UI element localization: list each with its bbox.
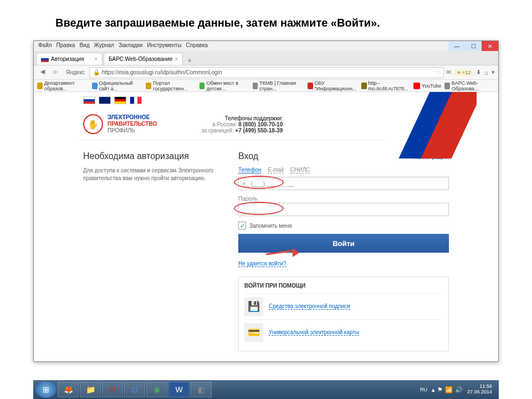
bookmark-item[interactable]: Официальный сайт а... bbox=[92, 80, 142, 91]
favorite-icon[interactable]: ☆ bbox=[435, 69, 440, 75]
menu-icon[interactable]: ▾ bbox=[492, 69, 495, 76]
address-bar: ◄ ► Яндекс 🔒 https://esia.gosuslugi.ru/i… bbox=[34, 65, 498, 80]
lang-fr[interactable] bbox=[130, 96, 142, 104]
page-content: ✋ ЭЛЕКТРОННОЕ ПРАВИТЕЛЬСТВО ПРОФИЛЬ Теле… bbox=[34, 92, 498, 362]
login-form: Вход Регистрация Телефон E-mail СНИЛС Па… bbox=[238, 151, 449, 351]
weather-badge[interactable]: ☀ +12 bbox=[454, 69, 473, 76]
tab-snils[interactable]: СНИЛС bbox=[290, 167, 310, 173]
logo-line3: ПРОФИЛЬ bbox=[108, 127, 157, 134]
bookmark-item[interactable]: Департамент образов... bbox=[37, 80, 89, 91]
slide-instruction: Введите запрашиваемые данные, затем нажм… bbox=[0, 0, 532, 40]
lang-ru[interactable] bbox=[83, 96, 95, 104]
alt-login-title: ВОЙТИ ПРИ ПОМОЩИ bbox=[244, 283, 443, 289]
menu-file[interactable]: Файл bbox=[38, 42, 52, 50]
bookmark-icon bbox=[37, 83, 43, 89]
bookmark-item[interactable]: ТКМВ | Главная стран... bbox=[253, 80, 304, 91]
bookmark-icon bbox=[253, 83, 258, 89]
tab-auth[interactable]: Авторизация × bbox=[36, 53, 103, 65]
tab-email[interactable]: E-mail bbox=[268, 167, 283, 173]
lang-de[interactable] bbox=[114, 96, 126, 104]
tab-add-button[interactable]: + bbox=[184, 56, 195, 65]
taskbar-app[interactable]: ⊡ bbox=[124, 382, 145, 397]
alt-card-label: Универсальной электронной карты bbox=[269, 329, 359, 336]
tab-label: Авторизация bbox=[51, 56, 84, 62]
taskbar: ⊞ 🦊 📁 Я ⊡ ◉ W ◧ RU ▴ ⚑ 📶 🔊 11:56 27.06.2… bbox=[33, 380, 499, 399]
bookmark-item[interactable]: Портал государствен... bbox=[146, 80, 196, 91]
bookmark-icon bbox=[444, 83, 450, 89]
start-button[interactable]: ⊞ bbox=[35, 381, 57, 398]
card-icon: 💳 bbox=[244, 323, 263, 342]
auth-description: Для доступа к системам и сервисам Электр… bbox=[83, 167, 227, 182]
remember-row: ✓ Запомнить меня bbox=[238, 222, 449, 229]
tab-phone[interactable]: Телефон bbox=[238, 167, 261, 173]
tray-flag-icon[interactable]: ▴ bbox=[432, 386, 435, 393]
alt-esign-label: Средства электронной подписи bbox=[269, 303, 350, 310]
taskbar-chrome[interactable]: ◉ bbox=[146, 382, 167, 397]
tray-sound-icon[interactable]: 🔊 bbox=[455, 386, 463, 393]
main-content: Необходима авторизация Для доступа к сис… bbox=[78, 140, 454, 362]
lang-en[interactable] bbox=[99, 96, 111, 104]
tab-close-icon[interactable]: × bbox=[94, 56, 98, 62]
remember-checkbox[interactable]: ✓ bbox=[238, 222, 246, 229]
alt-login-block: ВОЙТИ ПРИ ПОМОЩИ 💾 Средства электронной … bbox=[238, 277, 449, 351]
bookmark-icon bbox=[361, 83, 367, 89]
bookmark-icon bbox=[308, 83, 313, 89]
alt-option-esign[interactable]: 💾 Средства электронной подписи bbox=[244, 293, 443, 319]
menu-tools[interactable]: Инструменты bbox=[147, 42, 181, 50]
taskbar-explorer[interactable]: 📁 bbox=[80, 382, 101, 397]
bookmark-item[interactable]: ОБУ "Информационн... bbox=[308, 80, 358, 91]
phone-abroad: +7 (499) 550-18-39 bbox=[235, 127, 283, 134]
bookmark-item[interactable]: БАРС.Web-Образова... bbox=[444, 80, 495, 91]
taskbar-clock[interactable]: 11:56 27.06.2014 bbox=[467, 384, 492, 395]
menu-bookmarks[interactable]: Закладки bbox=[119, 42, 142, 50]
alt-option-card[interactable]: 💳 Универсальной электронной карты bbox=[244, 319, 443, 345]
taskbar-word[interactable]: W bbox=[168, 382, 190, 397]
nav-back-icon[interactable]: ◄ bbox=[37, 67, 48, 78]
bookmark-item[interactable]: http--mo.itc48.ru7878... bbox=[361, 80, 410, 91]
flag-ribbon bbox=[310, 92, 477, 158]
auth-title: Необходима авторизация bbox=[83, 151, 227, 161]
tray-action-icon[interactable]: ⚑ bbox=[437, 386, 443, 393]
taskbar-firefox[interactable]: 🦊 bbox=[58, 382, 79, 397]
bookmark-icon bbox=[200, 83, 205, 89]
mail-icon[interactable]: ✉ bbox=[446, 69, 451, 76]
bookmark-icon bbox=[92, 83, 98, 89]
menu-history[interactable]: Журнал bbox=[94, 42, 114, 50]
url-input[interactable]: 🔒 https://esia.gosuslugi.ru/idp/authn/Co… bbox=[89, 67, 444, 78]
menu-help[interactable]: Справка bbox=[186, 42, 208, 50]
remember-label: Запомнить меня bbox=[249, 223, 292, 229]
login-title: Вход bbox=[238, 151, 258, 161]
forgot-password-link[interactable]: Не удается войти? bbox=[238, 260, 287, 267]
window-close[interactable]: ✕ bbox=[482, 41, 498, 51]
tab-close-icon[interactable]: × bbox=[175, 56, 178, 62]
tray-network-icon[interactable]: 📶 bbox=[445, 386, 453, 393]
menu-edit[interactable]: Правка bbox=[57, 42, 75, 50]
tab-bars[interactable]: БАРС.Web-Образование × bbox=[104, 53, 183, 65]
taskbar-app[interactable]: ◧ bbox=[191, 382, 212, 397]
login-button[interactable]: Войти bbox=[238, 234, 449, 253]
menu-view[interactable]: Вид bbox=[79, 42, 89, 50]
tab-label: БАРС.Web-Образование bbox=[109, 56, 172, 62]
window-minimize[interactable]: — bbox=[448, 41, 465, 51]
logo-line1: ЭЛЕКТРОННОЕ bbox=[108, 114, 157, 121]
tabs-bar: Авторизация × БАРС.Web-Образование × + bbox=[34, 51, 498, 65]
window-maximize[interactable]: ☐ bbox=[465, 41, 482, 51]
support-phones: Телефоны поддержки: в России: 8 (800) 10… bbox=[201, 115, 283, 134]
download-icon[interactable]: ⬇ bbox=[476, 69, 481, 76]
lang-indicator[interactable]: RU bbox=[420, 387, 427, 392]
password-input[interactable] bbox=[238, 203, 449, 216]
nav-forward-icon[interactable]: ► bbox=[50, 67, 62, 78]
phone-input[interactable] bbox=[238, 177, 449, 190]
bookmark-item[interactable]: YouTube bbox=[413, 83, 441, 89]
clock-date: 27.06.2014 bbox=[467, 390, 492, 395]
toolbar-icons: ✉ ☀ +12 ⬇ ⌂ ▾ bbox=[446, 69, 495, 76]
support-title: Телефоны поддержки: bbox=[201, 115, 283, 121]
youtube-icon bbox=[413, 83, 420, 89]
home-icon[interactable]: ⌂ bbox=[484, 69, 488, 76]
bookmark-icon bbox=[146, 83, 151, 89]
password-label: Пароль bbox=[238, 196, 449, 202]
login-tabs: Телефон E-mail СНИЛС bbox=[238, 167, 449, 173]
taskbar-app[interactable]: Я bbox=[102, 382, 123, 397]
system-tray: RU ▴ ⚑ 📶 🔊 11:56 27.06.2014 bbox=[420, 384, 497, 395]
bookmark-item[interactable]: Обмен мест в детски... bbox=[200, 80, 249, 91]
